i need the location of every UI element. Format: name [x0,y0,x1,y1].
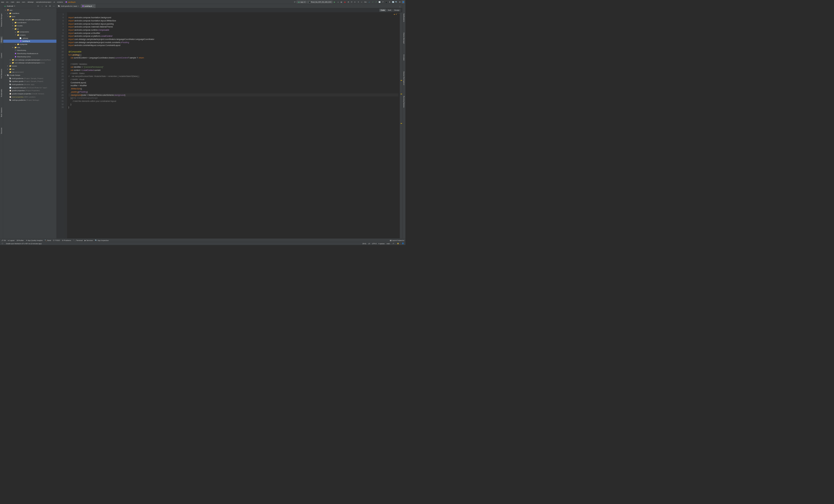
status-field[interactable]: LF [368,243,370,245]
tree-item[interactable]: ▶📁com.delasign.samplestarterproject (tes… [3,61,57,65]
sdk-icon[interactable]: ⬇ [388,1,391,3]
tree-item[interactable]: 📄proguard-rules.pro (ProGuard Rules for … [3,86,57,89]
breadcrumb-segment[interactable]: ui [53,1,55,3]
editor-tab[interactable]: 🐘build.gradle.kts (:app)✕ [57,4,81,8]
locate-icon[interactable]: ⊙ [37,5,40,7]
chevron-up-icon[interactable]: ˄ [397,13,398,15]
device-selector[interactable]: 📱 Pixel_3a_API_33_x86_64 ▾ [307,1,333,3]
breadcrumb-segment[interactable]: src [6,1,9,3]
tree-item[interactable]: 📋gradle.properties (Project Properties) [3,89,57,92]
collapse-icon[interactable]: ⇊ [45,5,47,7]
tree-item[interactable]: ▼📁java [3,15,57,18]
rail-tab-commit[interactable]: Commit [0,52,3,59]
rail-tab-structure[interactable]: Structure [0,127,3,135]
status-field[interactable]: main [387,243,390,245]
view-mode-design[interactable]: Design [393,9,401,12]
run-config-selector[interactable]: ▲app▾ [297,1,307,3]
breadcrumb-segment[interactable]: java [16,1,20,3]
panel-settings-icon[interactable]: ⚙ [49,5,51,7]
rail-tab-build-variants[interactable]: Build Variants [0,107,3,118]
rail-tab-project[interactable]: Project [0,36,3,43]
tree-item[interactable]: ▼📁screens [3,33,57,37]
rail-tab-running-devices[interactable]: Running Devices [403,95,405,109]
undo-icon[interactable]: ↶ [381,1,384,3]
debug-step-icon[interactable]: ⤓ [336,1,339,3]
tree-item[interactable]: 🐘build.gradle.kts (Project: Sample_Proje… [3,77,57,80]
status-field[interactable]: UTF-8 [372,243,376,245]
rail-tab-resource-manager[interactable]: Resource Manager [0,13,3,28]
stop-icon[interactable]: ■ [360,1,363,3]
expand-icon[interactable]: ↕ [41,5,43,7]
attach-icon[interactable]: ⟳ [350,1,353,3]
tree-item[interactable]: ▶📁utils [3,46,57,49]
breadcrumb-segment[interactable]: samplestarterproject [36,1,51,3]
status-field[interactable]: 4 spaces [378,243,385,245]
bottom-tool-profiler[interactable]: ◔Profiler [17,239,24,241]
bottom-tool-build[interactable]: 🔨Build [45,239,51,241]
breadcrumb-segment[interactable]: screens [57,1,63,3]
run-icon[interactable]: ▶ [333,1,336,3]
avd-icon[interactable]: 📱 [385,1,388,3]
breadcrumb-segment[interactable]: com [22,1,25,3]
tree-item[interactable]: ▶📁models [3,24,57,27]
commit-icon[interactable]: ✓ [371,1,374,3]
inspection-badge[interactable]: ▲ 4 ˄ ˅ [394,13,400,15]
indexing-icon[interactable]: 👤 [401,242,404,245]
close-icon[interactable]: ✕ [93,5,94,7]
bottom-tool-services[interactable]: ▶Services [85,239,93,241]
tree-item[interactable]: ⬣MainActivity+Notifications.kt [3,52,57,55]
profile-icon[interactable]: ◔ [347,1,350,3]
update-project-icon[interactable]: ↙ [368,1,371,3]
bottom-tool-git[interactable]: ⎇Git [1,239,6,241]
bottom-tool-app-inspection[interactable]: 🔍App Inspection [95,239,109,241]
rail-tab-pull-requests[interactable]: Pull Requests [0,68,3,79]
rail-tab-bookmarks[interactable]: Bookmarks [0,88,3,98]
tree-item[interactable]: ⒸMainActivity [3,49,57,52]
tree-item[interactable]: ▶📁com.delasign.samplestarterproject (and… [3,58,57,61]
tree-item[interactable]: ▶📁manifests [3,12,57,15]
settings-icon[interactable]: ⚙ [398,1,401,3]
tree-item[interactable]: 📋local.properties (SDK Location) [3,95,57,99]
line-number-gutter[interactable]: 3456789101112131415161718192021222324252… [57,13,65,239]
tree-item[interactable]: 🐘spotless.gradle (Project: Sample_Projec… [3,80,57,83]
layout-inspector-button[interactable]: ▦ Layout Inspector [390,239,404,241]
branch-icon[interactable]: ⎇ [392,242,395,245]
breadcrumb-segment[interactable]: delasign [27,1,34,3]
search-icon[interactable]: 🔍 [395,1,398,3]
account-icon[interactable]: 👤 [402,1,404,3]
assistant-icon[interactable]: ✦ [357,1,360,3]
tree-item[interactable]: ▶📁components [3,30,57,33]
bottom-tool-terminal[interactable]: 〉_Terminal [73,239,83,241]
rail-tab-device-manager[interactable]: Device Manager [403,31,405,45]
breadcrumb[interactable]: app›src›main›java›com›delasign›samplesta… [1,1,292,3]
lock-icon[interactable]: 🔒 [397,242,400,245]
bottom-tool-todo[interactable]: ☑TODO [53,239,60,241]
tree-item[interactable]: ⬣MainActivity+UI.kt [3,55,57,59]
breadcrumb-segment[interactable]: ⬣ Landing.kt [65,1,75,3]
bottom-tool-app-quality-insights[interactable]: ✦App Quality Insights [26,239,43,241]
fold-gutter[interactable] [65,13,67,239]
code-content[interactable]: import androidx.compose.foundation.backg… [67,13,400,239]
tree-item[interactable]: ▶📁coordinators [3,21,57,24]
tree-item[interactable]: 📄.gitkeep [3,37,57,40]
rail-tab-device-file-explorer[interactable]: Device File Explorer [403,70,405,87]
panel-title[interactable]: ▲Android▾ [4,5,36,7]
sync-gradle-icon[interactable]: 🔄 [392,1,394,3]
tab-menu-icon[interactable]: ⋮ [398,5,401,8]
tree-item[interactable]: ▶📁assets [3,65,57,68]
error-stripe[interactable] [400,13,402,239]
editor-tab[interactable]: ⬣Landing.kt✕ [81,4,96,8]
debug-icon[interactable]: 🐞 [344,1,346,3]
tree-item[interactable]: 🐘build.gradle.kts (Module :app) [3,83,57,86]
rail-tab-notifications[interactable]: Notifications [403,13,405,23]
status-menu-icon[interactable]: ▢ [1,242,4,245]
hide-panel-icon[interactable]: — [52,5,55,7]
push-icon[interactable]: ↗ [375,1,378,3]
status-field[interactable]: 29:61 [363,243,366,245]
rail-tab-emulator[interactable]: Emulator [403,53,405,62]
code-editor[interactable]: ▲ 4 ˄ ˅ 34567891011121314151617181920212… [57,13,402,239]
view-mode-split[interactable]: Split [386,9,392,12]
tree-item[interactable]: ▼📦app [3,9,57,12]
bottom-tool-problems[interactable]: ⊘Problems [62,239,71,241]
tree-item[interactable]: 📁res (generated) [3,71,57,74]
